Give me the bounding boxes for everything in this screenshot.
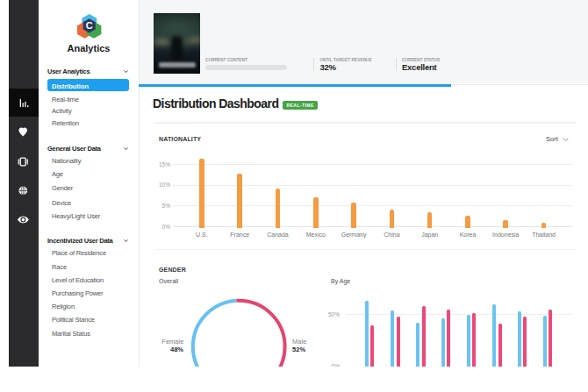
svg-text:C: C [85, 21, 92, 32]
